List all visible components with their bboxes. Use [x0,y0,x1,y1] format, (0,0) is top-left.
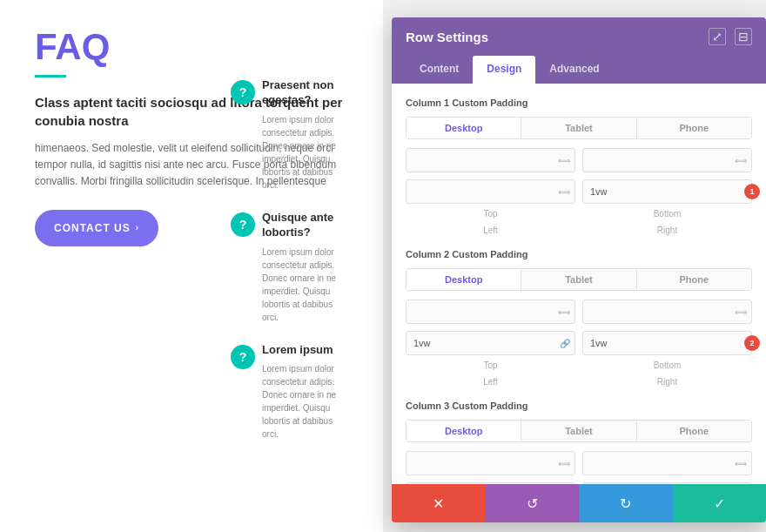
faq-item-1-text: Lorem ipsum dolorconsectetur adipis.Done… [262,113,336,192]
faq-item-1: ? Praesent nonegestas? Lorem ipsum dolor… [231,78,383,192]
row-settings-panel: Row Settings ⤢ ⊟ Content Design Advanced… [392,17,766,522]
undo-button[interactable]: ↺ [486,484,580,522]
col2-padding-inputs: ⟺ ⟺ 🔗 2 Top Bottom Left Rig [406,300,752,387]
col3-bottom-group: ⟺ [582,451,752,475]
faq-divider [35,75,66,77]
faq-items-list: ? Praesent nonegestas? Lorem ipsum dolor… [231,78,383,460]
col1-right-group: 1 [582,179,752,204]
arrow-icon: › [136,223,139,232]
website-preview: FAQ Class aptent taciti sociosqu ad lito… [0,0,383,532]
faq-item-2-text: Lorem ipsum dolorconsectetur adipis.Done… [262,246,336,324]
col2-bottom-group: ⟺ [582,300,752,324]
link2-icon-top: ⟺ [558,307,570,317]
col2-bottom-input[interactable] [582,300,752,324]
col1-padding-inputs: ⟺ ⟺ ⟺ 1 Top Bottom Left Righ [406,148,752,235]
col2-right-input[interactable] [582,331,752,355]
col1-device-tabs: Desktop Tablet Phone [406,117,752,139]
col1-top-group: ⟺ [406,148,575,172]
panel-tabs: Content Design Advanced [392,56,766,84]
col3-left-group: ⟺ [406,482,575,484]
col2-phone-tab[interactable]: Phone [637,269,751,290]
col1-bottom-input[interactable] [582,148,752,172]
col2-top-label: Top [406,360,575,370]
contact-us-button[interactable]: CONTACT US › [35,210,158,246]
link-icon-top: ⟺ [558,156,570,165]
col3-device-tabs: Desktop Tablet Phone [406,420,752,442]
col3-top-input[interactable] [406,451,575,475]
col2-bottom-label: Bottom [582,360,752,370]
link-chain-icon: 🔗 [560,339,570,348]
faq-item-2-title: Quisque antelobortis? [262,211,336,240]
col3-tablet-tab[interactable]: Tablet [521,421,636,441]
col1-desktop-tab[interactable]: Desktop [407,118,521,138]
col2-left-label: Left [406,377,575,387]
link2-icon-bottom: ⟺ [735,307,747,317]
col2-right-label: Right [582,377,752,387]
link3-icon-bottom: ⟺ [735,459,747,468]
link-icon-left: ⟺ [558,187,570,197]
columns-icon[interactable]: ⊟ [735,28,752,45]
col3-padding-inputs: ⟺ ⟺ ⟺ 3 Top Bottom Left Righ [406,451,752,484]
col3-left-input[interactable] [406,482,575,484]
faq-item-1-title: Praesent nonegestas? [262,78,336,108]
fullscreen-icon[interactable]: ⤢ [709,28,726,45]
faq-item-2: ? Quisque antelobortis? Lorem ipsum dolo… [231,211,383,324]
col1-left-group: ⟺ [406,179,575,204]
col1-phone-tab[interactable]: Phone [637,118,751,138]
col1-right-label: Right [582,226,752,235]
col1-badge: 1 [744,184,760,199]
col1-left-input[interactable] [406,179,575,204]
col2-top-group: ⟺ [406,300,575,324]
col1-tablet-tab[interactable]: Tablet [521,118,636,138]
col1-left-label: Left [406,226,575,235]
tab-content[interactable]: Content [406,56,473,84]
redo-button[interactable]: ↻ [579,484,673,522]
faq-icon-2: ? [231,212,255,237]
cancel-button[interactable]: ✕ [392,484,486,522]
col2-padding-label: Column 2 Custom Padding [406,249,752,259]
confirm-button[interactable]: ✓ [673,484,767,522]
col1-top-label: Top [406,209,575,219]
faq-title: FAQ [35,26,357,68]
panel-toolbar: ✕ ↺ ↻ ✓ [392,484,766,522]
col2-left-input[interactable] [406,331,575,355]
col1-padding-label: Column 1 Custom Padding [406,98,752,108]
col2-badge: 2 [744,335,760,351]
col3-phone-tab[interactable]: Phone [637,421,751,441]
col1-bottom-label: Bottom [582,209,752,219]
faq-icon-1: ? [231,80,255,104]
col1-bottom-group: ⟺ [582,148,752,172]
col3-top-group: ⟺ [406,451,575,475]
panel-content: Column 1 Custom Padding Desktop Tablet P… [392,84,766,484]
col2-desktop-tab[interactable]: Desktop [407,269,521,290]
panel-header-icons: ⤢ ⊟ [709,28,752,45]
link-icon-bottom: ⟺ [735,156,747,165]
col3-bottom-input[interactable] [582,451,752,475]
faq-item-3: ? Lorem ipsum Lorem ipsum dolorconsectet… [231,343,383,441]
col3-right-group: 3 [582,482,752,484]
col2-device-tabs: Desktop Tablet Phone [406,268,752,291]
faq-item-3-title: Lorem ipsum [262,343,336,358]
col2-right-group: 2 [582,331,752,355]
tab-design[interactable]: Design [473,56,535,84]
tab-advanced[interactable]: Advanced [535,56,613,84]
col1-right-input[interactable] [582,179,752,204]
panel-title: Row Settings [406,30,488,44]
col3-right-input[interactable] [582,482,752,484]
col1-top-input[interactable] [406,148,575,172]
faq-icon-3: ? [231,345,255,369]
faq-item-3-text: Lorem ipsum dolorconsectetur adipis.Done… [262,362,336,441]
link3-icon-top: ⟺ [558,459,570,468]
col3-padding-label: Column 3 Custom Padding [406,401,752,411]
col3-desktop-tab[interactable]: Desktop [407,421,521,441]
col2-left-group: 🔗 [406,331,575,355]
col2-tablet-tab[interactable]: Tablet [521,269,636,290]
panel-header: Row Settings ⤢ ⊟ [392,17,766,56]
col2-top-input[interactable] [406,300,575,324]
